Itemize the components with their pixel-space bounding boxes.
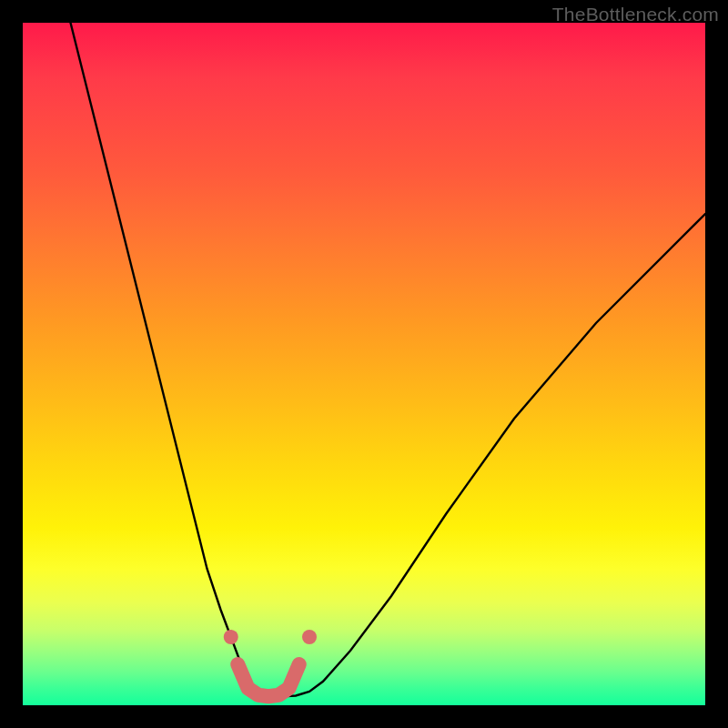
bottleneck-curve xyxy=(71,23,706,696)
marker-left-dot xyxy=(224,630,238,644)
chart-frame: TheBottleneck.com xyxy=(0,0,728,728)
marker-right-dot xyxy=(302,630,317,644)
valley-floor-highlight xyxy=(238,664,299,696)
plot-area xyxy=(23,23,705,705)
chart-svg xyxy=(23,23,705,705)
